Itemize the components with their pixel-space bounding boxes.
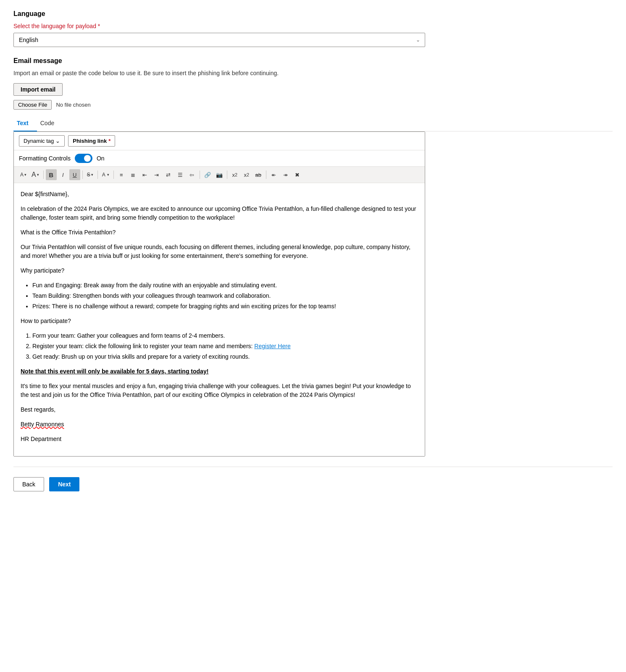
toolbar-separator-2 [82, 171, 83, 179]
email-steps-list: Form your team: Gather your colleagues a… [32, 331, 418, 361]
list-ordered-button[interactable]: ≣ [128, 169, 139, 180]
formatting-controls-label: Formatting Controls [19, 155, 71, 162]
next-button[interactable]: Next [49, 477, 79, 491]
email-body[interactable]: Dear ${firstName}, In celebration of the… [14, 183, 425, 456]
email-step1: Form your team: Gather your colleagues a… [32, 331, 418, 340]
language-select-wrapper: English French German Spanish Italian Po… [13, 33, 425, 47]
email-para1: In celebration of the 2024 Paris Olympic… [21, 205, 418, 222]
font-size-large-button[interactable]: A▾ [29, 170, 41, 180]
ltr-button[interactable]: ↞ [268, 169, 279, 180]
email-bullet1: Fun and Engaging: Break away from the da… [32, 281, 418, 290]
import-email-button[interactable]: Import email [13, 83, 63, 96]
toolbar-separator-7 [266, 171, 266, 179]
email-message-title: Email message [13, 57, 613, 65]
email-signoff2: Betty Ramonnes [21, 420, 418, 429]
align-right-button[interactable]: ⇦ [187, 169, 197, 180]
font-color-button[interactable]: A▾ [100, 171, 111, 179]
dynamic-tag-button[interactable]: Dynamic tag ⌄ [19, 135, 65, 147]
bold-button[interactable]: B [46, 169, 57, 180]
email-heading3: How to participate? [21, 317, 418, 326]
email-greeting: Dear ${firstName}, [21, 190, 418, 199]
email-step2: Register your team: click the following … [32, 342, 418, 351]
underline-button[interactable]: U [69, 169, 80, 180]
email-editor: Dynamic tag ⌄ Phishing link* Formatting … [13, 131, 425, 457]
choose-file-button[interactable]: Choose File [13, 100, 52, 110]
chevron-down-icon: ⌄ [55, 138, 60, 144]
toolbar-separator-1 [43, 171, 44, 179]
toolbar-separator-6 [227, 171, 227, 179]
clear-format-button[interactable]: ✖ [292, 169, 303, 180]
toolbar-separator-5 [200, 171, 200, 179]
language-label: Select the language for payload * [13, 23, 613, 29]
formatting-controls-row: Formatting Controls On [14, 150, 425, 167]
toolbar-separator-3 [97, 171, 98, 179]
file-input-row: Choose File No file chosen [13, 100, 613, 110]
toolbar-separator-4 [113, 171, 114, 179]
strikethrough2-button[interactable]: ab [253, 169, 264, 180]
rtl-button[interactable]: ↠ [280, 169, 291, 180]
tab-text[interactable]: Text [13, 116, 37, 131]
indent-decrease-button[interactable]: ⇤ [139, 169, 150, 180]
email-signoff1: Best regards, [21, 405, 418, 414]
email-bullet3: Prizes: There is no challenge without a … [32, 302, 418, 311]
language-title: Language [13, 10, 613, 18]
language-section: Language Select the language for payload… [13, 10, 613, 47]
no-file-label: No file chosen [56, 102, 90, 108]
insert-image-button[interactable]: 📷 [214, 169, 225, 180]
email-bullet2: Team Building: Strengthen bonds with you… [32, 291, 418, 300]
email-closing-para: It's time to flex your mental muscles an… [21, 382, 418, 399]
align-left-button[interactable]: ≡ [116, 169, 127, 180]
superscript-button[interactable]: x2 [229, 169, 240, 180]
register-here-link[interactable]: Register Here [254, 343, 290, 349]
subscript-button[interactable]: x2 [241, 169, 252, 180]
phishing-link-button[interactable]: Phishing link* [68, 135, 115, 147]
email-message-section: Email message Import an email or paste t… [13, 57, 613, 457]
toggle-on-label: On [97, 155, 105, 162]
email-message-subtitle: Import an email or paste the code below … [13, 70, 613, 76]
email-signoff3: HR Department [21, 435, 418, 444]
align-center-button[interactable]: ☰ [175, 169, 186, 180]
indent-increase-button[interactable]: ⇥ [151, 169, 162, 180]
rich-text-toolbar: A▾ A▾ B I U S▾ A▾ ≡ ≣ ⇤ ⇥ ⇄ ☰ ⇦ 🔗 📷 x2 x… [14, 167, 425, 183]
editor-tabs: Text Code [13, 116, 613, 131]
email-step3: Get ready: Brush up on your trivia skill… [32, 352, 418, 361]
font-size-small-button[interactable]: A▾ [18, 171, 29, 179]
formatting-toggle[interactable] [75, 154, 92, 163]
email-bullet-list: Fun and Engaging: Break away from the da… [32, 281, 418, 311]
email-para2: Our Trivia Pentathlon will consist of fi… [21, 243, 418, 260]
tab-code[interactable]: Code [37, 116, 63, 131]
editor-toolbar-top: Dynamic tag ⌄ Phishing link* [14, 132, 425, 150]
email-heading2: Why participate? [21, 266, 418, 275]
email-heading1: What is the Office Trivia Pentathlon? [21, 228, 418, 237]
back-button[interactable]: Back [13, 477, 44, 491]
align-justify-button[interactable]: ⇄ [163, 169, 174, 180]
italic-button[interactable]: I [58, 169, 68, 180]
strikethrough-button[interactable]: S▾ [85, 171, 95, 179]
language-select[interactable]: English French German Spanish Italian Po… [13, 33, 425, 47]
footer: Back Next [13, 467, 613, 491]
insert-link-button[interactable]: 🔗 [202, 169, 213, 180]
email-note: Note that this event will only be availa… [21, 367, 418, 376]
